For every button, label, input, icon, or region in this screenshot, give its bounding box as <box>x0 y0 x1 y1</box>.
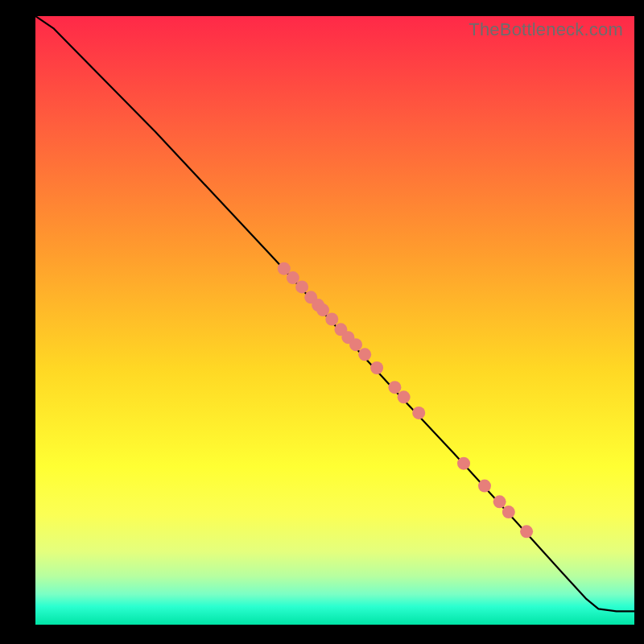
scatter-point <box>520 525 533 538</box>
scatter-point <box>358 348 371 361</box>
scatter-point <box>398 390 411 403</box>
chart-plot-area: TheBottleneck.com <box>35 16 634 625</box>
scatter-point <box>502 506 515 518</box>
scatter-point <box>478 480 491 493</box>
scatter-point <box>370 361 383 374</box>
scatter-point <box>316 303 329 316</box>
scatter-points <box>278 262 533 539</box>
scatter-point <box>349 338 362 351</box>
scatter-point <box>412 407 425 419</box>
chart-svg <box>35 16 634 625</box>
scatter-point <box>325 313 338 326</box>
scatter-point <box>388 381 401 394</box>
scatter-point <box>295 280 308 293</box>
scatter-point <box>493 495 506 508</box>
scatter-point <box>457 457 470 470</box>
